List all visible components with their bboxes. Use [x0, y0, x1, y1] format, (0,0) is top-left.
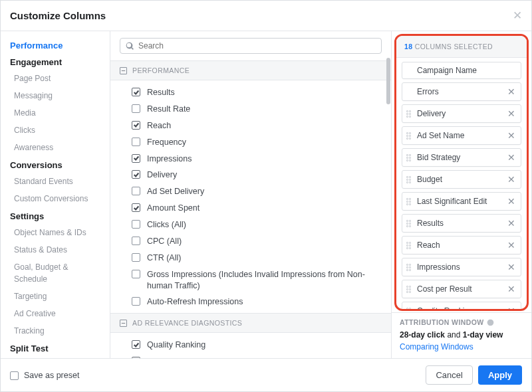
drag-handle-icon[interactable] [406, 153, 412, 162]
selected-item[interactable]: Campaign Name [402, 62, 521, 79]
metric-row[interactable]: Gross Impressions (Includes Invalid Impr… [120, 266, 382, 294]
checkbox-icon [132, 253, 140, 262]
drag-handle-icon[interactable] [406, 307, 412, 310]
drag-handle-icon[interactable] [406, 285, 412, 294]
drag-handle-icon[interactable] [406, 219, 412, 228]
drag-handle-icon[interactable] [406, 263, 412, 272]
search-icon [126, 42, 134, 50]
sidebar-item[interactable]: Tracking [1, 322, 110, 340]
close-icon[interactable]: ✕ [513, 9, 522, 23]
selected-item[interactable]: Cost per Result✕ [402, 280, 521, 298]
svg-point-0 [487, 319, 493, 326]
sidebar-item[interactable]: Messaging [1, 87, 110, 104]
sidebar-item[interactable]: Status & Dates [1, 241, 110, 258]
metric-row[interactable]: CPC (All) [120, 233, 382, 250]
metric-label: Result Rate [147, 104, 190, 115]
checkbox-icon [132, 154, 140, 163]
sidebar-item[interactable]: Goal, Budget & Schedule [1, 258, 110, 288]
remove-icon[interactable]: ✕ [506, 152, 517, 163]
metric-row[interactable]: Frequency [120, 134, 382, 151]
selected-item[interactable]: Quality Ranking✕ [402, 302, 521, 309]
selected-item-label: Errors [417, 87, 506, 96]
metric-row[interactable]: CTR (All) [120, 250, 382, 266]
selected-item[interactable]: Last Significant Edit✕ [402, 192, 521, 211]
search-input-wrap[interactable] [120, 38, 382, 54]
cancel-button[interactable]: Cancel [426, 365, 472, 385]
sidebar-item[interactable]: Awareness [1, 139, 110, 156]
selected-item-label: Quality Ranking [417, 306, 506, 309]
sidebar-group[interactable]: Engagement [1, 53, 110, 70]
metric-row[interactable]: Impressions [120, 151, 382, 167]
selected-item[interactable]: Reach✕ [402, 236, 521, 254]
sidebar-item[interactable]: Custom Conversions [1, 190, 110, 207]
remove-icon[interactable]: ✕ [506, 174, 517, 185]
metric-row[interactable]: Reach [120, 118, 382, 134]
sidebar-group[interactable]: Settings [1, 207, 110, 224]
selected-item[interactable]: Results✕ [402, 214, 521, 233]
metric-row[interactable]: Delivery [120, 167, 382, 183]
drag-handle-icon[interactable] [406, 175, 412, 184]
section-header[interactable]: −AD RELEVANCE DIAGNOSTICS [110, 313, 391, 333]
metric-row[interactable]: Ad Set Delivery [120, 183, 382, 200]
collapse-icon: − [120, 320, 127, 327]
remove-icon[interactable]: ✕ [506, 108, 517, 119]
metric-label: Impressions [147, 153, 192, 165]
remove-icon[interactable]: ✕ [506, 262, 517, 272]
scrollbar-thumb[interactable] [386, 58, 390, 104]
category-sidebar: PerformanceEngagementPage PostMessagingM… [1, 31, 110, 358]
remove-icon[interactable]: ✕ [506, 196, 517, 207]
sidebar-group[interactable]: Performance [1, 37, 110, 53]
sidebar-item[interactable]: Object Names & IDs [1, 224, 110, 241]
selected-item[interactable]: Bid Strategy✕ [402, 148, 521, 167]
selected-item-label: Ad Set Name [417, 131, 506, 140]
remove-icon[interactable]: ✕ [506, 130, 517, 141]
sidebar-item[interactable]: Clicks [1, 122, 110, 139]
comparing-windows-link[interactable]: Comparing Windows [400, 342, 523, 351]
section-header[interactable]: −PERFORMANCE [110, 60, 391, 80]
metric-row[interactable]: Clicks (All) [120, 217, 382, 233]
remove-icon[interactable]: ✕ [506, 306, 517, 309]
drag-handle-icon[interactable] [406, 110, 412, 118]
search-input[interactable] [138, 41, 376, 50]
save-preset-checkbox[interactable]: Save as preset [10, 371, 79, 380]
modal-footer: Save as preset Cancel Apply [1, 358, 531, 391]
metric-row[interactable]: Amount Spent [120, 200, 382, 217]
selected-item[interactable]: Budget✕ [402, 170, 521, 189]
remove-icon[interactable]: ✕ [506, 284, 517, 294]
selected-item-label: Bid Strategy [417, 153, 506, 162]
selected-item-label: Last Significant Edit [417, 197, 506, 206]
selected-item[interactable]: Ad Set Name✕ [402, 126, 521, 145]
sidebar-item[interactable]: Targeting [1, 288, 110, 305]
remove-icon[interactable]: ✕ [506, 218, 517, 229]
metric-row[interactable]: Quality Ranking [120, 337, 382, 353]
attribution-window: ATTRIBUTION WINDOW 28-day click and 1-da… [392, 312, 531, 358]
sidebar-group[interactable]: Conversions [1, 156, 110, 173]
metric-row[interactable]: Engagement Rate Ranking [120, 353, 382, 358]
metric-label: Amount Spent [147, 203, 200, 214]
metric-row[interactable]: Results [120, 84, 382, 101]
metric-row[interactable]: Result Rate [120, 101, 382, 118]
metric-row[interactable]: Auto-Refresh Impressions [120, 294, 382, 310]
modal-title: Customize Columns [10, 10, 106, 21]
selected-item[interactable]: Delivery✕ [402, 104, 521, 123]
remove-icon[interactable]: ✕ [506, 240, 517, 250]
modal-body: PerformanceEngagementPage PostMessagingM… [1, 31, 531, 358]
selected-list: Campaign NameErrors✕Delivery✕Ad Set Name… [396, 58, 527, 309]
customize-columns-modal: Customize Columns ✕ PerformanceEngagemen… [0, 0, 532, 392]
metric-label: CPC (All) [147, 236, 182, 247]
drag-handle-icon[interactable] [406, 197, 412, 206]
apply-button[interactable]: Apply [478, 365, 522, 385]
drag-handle-icon[interactable] [406, 132, 412, 140]
info-icon[interactable] [487, 319, 494, 326]
sidebar-group[interactable]: Split Test [1, 340, 110, 356]
sidebar-item[interactable]: Page Post [1, 70, 110, 87]
sidebar-item[interactable]: Media [1, 104, 110, 122]
remove-icon[interactable]: ✕ [506, 86, 517, 97]
sidebar-item[interactable]: Standard Events [1, 173, 110, 190]
metric-label: Results [147, 87, 175, 98]
sidebar-item[interactable]: Ad Creative [1, 305, 110, 322]
selected-item[interactable]: Errors✕ [402, 82, 521, 101]
selected-item[interactable]: Impressions✕ [402, 258, 521, 276]
metric-label: CTR (All) [147, 252, 181, 264]
drag-handle-icon[interactable] [406, 241, 412, 250]
